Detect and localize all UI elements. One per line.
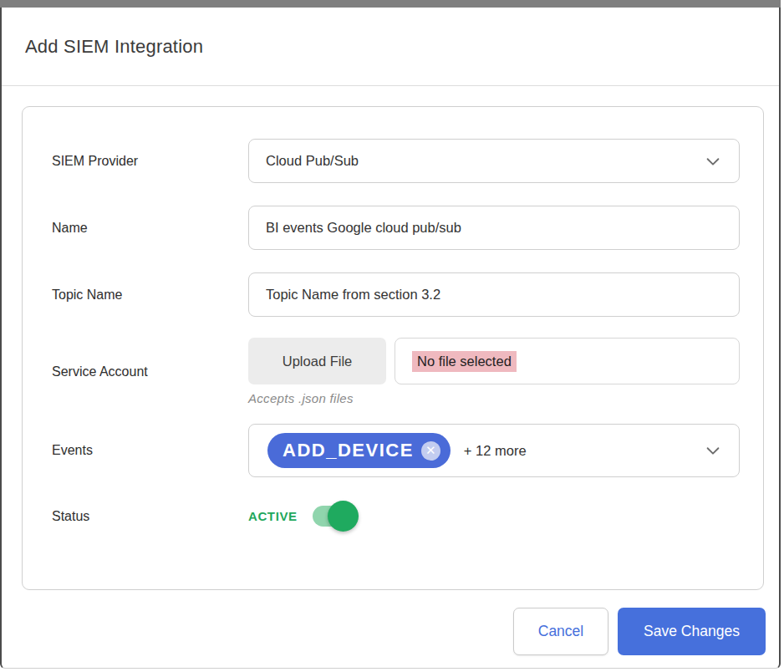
- service-account-label: Service Account: [52, 364, 248, 379]
- event-chip-label: ADD_DEVICE: [283, 440, 414, 461]
- form-card: SIEM Provider Cloud Pub/Sub Name Topic N…: [22, 106, 764, 590]
- status-toggle[interactable]: [313, 506, 353, 527]
- name-input[interactable]: [248, 206, 740, 250]
- chevron-down-icon: [704, 441, 722, 460]
- modal-header: Add SIEM Integration: [2, 8, 779, 86]
- status-label: Status: [52, 509, 248, 524]
- topic-name-input[interactable]: [248, 272, 740, 317]
- siem-provider-select[interactable]: Cloud Pub/Sub: [248, 139, 740, 183]
- toggle-knob: [328, 501, 359, 532]
- topic-name-row: Topic Name: [52, 272, 740, 317]
- file-status-text: No file selected: [412, 351, 517, 372]
- siem-provider-row: SIEM Provider Cloud Pub/Sub: [52, 139, 740, 183]
- events-row: Events ADD_DEVICE ✕ + 12 more: [52, 424, 740, 477]
- event-chip: ADD_DEVICE ✕: [267, 433, 451, 468]
- window-top-bar: [0, 0, 781, 8]
- service-account-row: Service Account Upload File No file sele…: [52, 338, 740, 405]
- modal-title: Add SIEM Integration: [25, 36, 203, 58]
- status-row: Status ACTIVE: [52, 506, 740, 527]
- chevron-down-icon: [704, 152, 722, 171]
- save-changes-button[interactable]: Save Changes: [618, 608, 766, 655]
- events-select[interactable]: ADD_DEVICE ✕ + 12 more: [248, 424, 740, 477]
- file-status-box: No file selected: [395, 338, 740, 384]
- cancel-button[interactable]: Cancel: [513, 608, 608, 655]
- upload-file-button[interactable]: Upload File: [248, 338, 386, 384]
- topic-name-label: Topic Name: [52, 288, 248, 303]
- modal-footer: Cancel Save Changes: [513, 608, 766, 655]
- file-helper-text: Accepts .json files: [248, 391, 740, 405]
- status-value-text: ACTIVE: [248, 509, 298, 523]
- siem-provider-value: Cloud Pub/Sub: [266, 153, 359, 169]
- events-label: Events: [52, 443, 248, 458]
- siem-provider-label: SIEM Provider: [52, 154, 248, 169]
- name-row: Name: [52, 206, 740, 250]
- chip-close-icon[interactable]: ✕: [421, 441, 440, 461]
- name-label: Name: [52, 221, 248, 236]
- events-more-text: + 12 more: [464, 443, 704, 459]
- modal-window: Add SIEM Integration SIEM Provider Cloud…: [0, 8, 781, 669]
